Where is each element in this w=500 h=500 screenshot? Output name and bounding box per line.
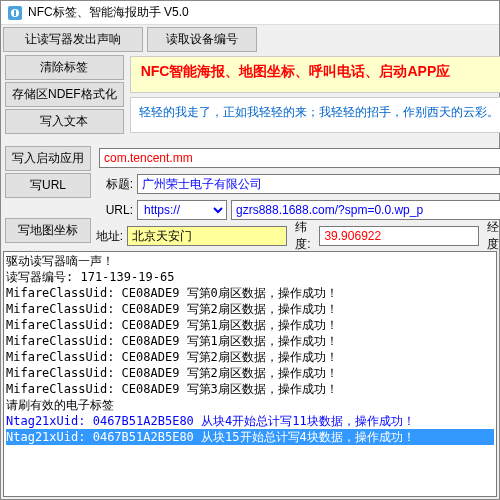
url-label: URL: (95, 203, 137, 217)
log-line: MifareClassUid: CE08ADE9 写第1扇区数据，操作成功！ (6, 333, 494, 349)
log-line: 请刷有效的电子标签 (6, 397, 494, 413)
log-line: MifareClassUid: CE08ADE9 写第1扇区数据，操作成功！ (6, 317, 494, 333)
write-text-button[interactable]: 写入文本 (5, 109, 124, 134)
log-line: MifareClassUid: CE08ADE9 写第2扇区数据，操作成功！ (6, 365, 494, 381)
lon-label: 经度: (483, 219, 500, 253)
write-app-button[interactable]: 写入启动应用 (5, 146, 91, 171)
window-title: NFC标签、智能海报助手 V5.0 (28, 4, 189, 21)
lat-label: 纬度: (291, 219, 319, 253)
clear-tag-button[interactable]: 清除标签 (5, 55, 124, 80)
write-map-button[interactable]: 写地图坐标 (5, 218, 91, 243)
log-line: MifareClassUid: CE08ADE9 写第2扇区数据，操作成功！ (6, 349, 494, 365)
log-line: Ntag21xUid: 0467B51A2B5E80 从块4开始总计写11块数据… (6, 413, 494, 429)
log-line: MifareClassUid: CE08ADE9 写第0扇区数据，操作成功！ (6, 285, 494, 301)
log-line: 驱动读写器嘀一声！ (6, 253, 494, 269)
ndef-format-button[interactable]: 存储区NDEF格式化 (5, 82, 124, 107)
write-url-button[interactable]: 写URL (5, 173, 91, 198)
titlebar: NFC标签、智能海报助手 V5.0 (1, 1, 499, 25)
log-line: MifareClassUid: CE08ADE9 写第3扇区数据，操作成功！ (6, 381, 494, 397)
protocol-select[interactable]: https:// (137, 200, 227, 220)
banner-text: NFC智能海报、地图坐标、呼叫电话、启动APP应 (130, 56, 500, 93)
log-line: Ntag21xUid: 0467B51A2B5E80 从块15开始总计写4块数据… (6, 429, 494, 445)
poem-text: 轻轻的我走了，正如我轻轻的来；我轻轻的招手，作别西天的云彩。 (130, 97, 500, 134)
app-window: NFC标签、智能海报助手 V5.0 让读写器发出声响 读取设备编号 清除标签 存… (0, 0, 500, 500)
log-line: MifareClassUid: CE08ADE9 写第2扇区数据，操作成功！ (6, 301, 494, 317)
read-device-id-button[interactable]: 读取设备编号 (147, 27, 257, 52)
app-icon (7, 5, 23, 21)
addr-label: 地址: (95, 228, 127, 245)
title-label: 标题: (95, 176, 137, 193)
title-input[interactable] (137, 174, 500, 194)
app-package-input[interactable] (99, 148, 500, 168)
address-input[interactable] (127, 226, 287, 246)
sound-button[interactable]: 让读写器发出声响 (3, 27, 143, 52)
latitude-input[interactable] (319, 226, 479, 246)
log-area[interactable]: 驱动读写器嘀一声！读写器编号: 171-139-19-65MifareClass… (3, 251, 497, 497)
svg-rect-2 (14, 10, 16, 16)
log-line: 读写器编号: 171-139-19-65 (6, 269, 494, 285)
url-input[interactable] (231, 200, 500, 220)
